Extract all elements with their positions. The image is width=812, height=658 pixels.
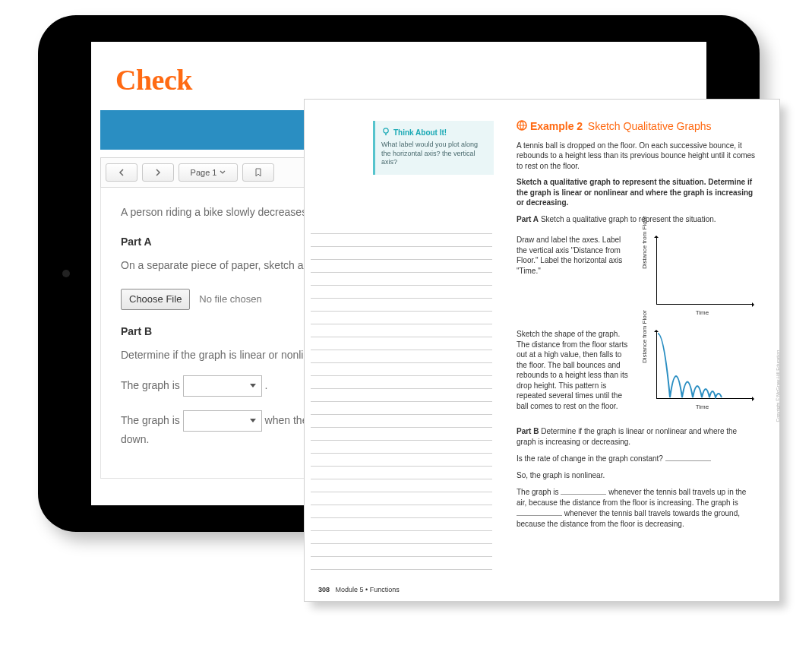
bookmark-button[interactable]	[242, 163, 274, 182]
textbook-page: Think About It! What label would you plo…	[304, 99, 780, 602]
back-button[interactable]	[106, 163, 137, 182]
chart-ylabel-2: Distance from Floor	[641, 311, 649, 364]
caret-down-icon	[249, 413, 257, 429]
arrow-left-icon	[118, 169, 125, 176]
bookmark-icon	[254, 168, 262, 177]
page-part-a-text: Sketch a qualitative graph to represent …	[541, 215, 716, 223]
think-body: What label would you plot along the hori…	[381, 141, 488, 167]
blank-2	[561, 486, 606, 495]
rate-question: Is the rate of change in the graph const…	[517, 454, 665, 463]
sentence1-prefix: The graph is	[121, 378, 183, 391]
svg-point-0	[384, 128, 388, 133]
example-intro: A tennis ball is dropped on the floor. O…	[517, 141, 757, 172]
chart-ylabel: Distance from Floor	[641, 217, 649, 270]
example-subtitle-text: Sketch Qualitative Graphs	[588, 120, 712, 132]
chart-xlabel-2: Time	[696, 403, 709, 412]
caret-down-icon	[220, 170, 226, 175]
copyright-text: Copyright © McGraw-Hill Education	[775, 350, 781, 422]
sentence2-prefix: The graph is	[121, 413, 183, 425]
page-part-b-label: Part B	[517, 427, 539, 435]
blank-1	[665, 453, 711, 461]
page-part-a-label: Part A	[517, 215, 539, 223]
page-footer: 308 Module 5 • Functions	[318, 586, 400, 593]
choose-file-button[interactable]: Choose File	[121, 289, 190, 310]
conclusion-a: The graph is	[517, 488, 561, 496]
chart-blank: Distance from Floor Time	[643, 235, 757, 318]
example-title: Example 2	[530, 120, 583, 132]
note-lines	[311, 221, 492, 571]
page-title: Check	[115, 63, 706, 96]
step-a2: Sketch the shape of the graph. The dista…	[517, 329, 632, 411]
page-part-b-text: Determine if the graph is linear or nonl…	[517, 427, 737, 446]
step-a1: Draw and label the axes. Label the verti…	[517, 235, 632, 276]
sentence1-suffix: .	[265, 378, 268, 391]
so-nonlinear: So, the graph is nonlinear.	[517, 470, 757, 481]
page-left-column: Think About It! What label would you plo…	[305, 100, 498, 601]
lightbulb-icon	[381, 127, 390, 138]
page-selector-label: Page 1	[191, 168, 217, 177]
blank-3	[517, 508, 562, 516]
file-status-label: No file chosen	[199, 293, 261, 305]
page-selector[interactable]: Page 1	[179, 163, 238, 182]
example-task: Sketch a qualitative graph to represent …	[517, 177, 757, 208]
globe-icon	[517, 121, 530, 133]
arrow-right-icon	[154, 169, 162, 176]
page-number: 308	[318, 586, 330, 593]
chart-xlabel: Time	[696, 309, 709, 318]
bounce-curve-icon	[656, 332, 754, 399]
page-right-column: Example 2 Sketch Qualitative Graphs A te…	[498, 100, 779, 601]
caret-down-icon	[249, 378, 257, 394]
dropdown-2[interactable]	[183, 410, 262, 432]
think-header: Think About It!	[393, 128, 447, 138]
forward-button[interactable]	[142, 163, 174, 182]
module-label: Module 5 • Functions	[336, 586, 400, 593]
think-about-it-box: Think About It! What label would you plo…	[373, 121, 494, 175]
chart-bounce: Distance from Floor Time	[643, 329, 757, 413]
dropdown-1[interactable]	[183, 375, 262, 397]
